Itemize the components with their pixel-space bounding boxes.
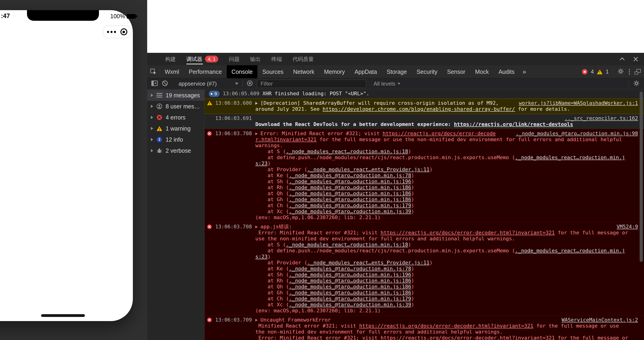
source-location-link[interactable]: ._node_modules_@taro…roduction.min.js:98	[516, 130, 638, 136]
source-location-link[interactable]: WAServiceMainContext.js:2	[562, 317, 638, 323]
console-link[interactable]: ._node_modules_@taro…roduction.min.js:39	[289, 302, 411, 308]
console-link[interactable]: https://developer.chrome.com/blog/enabli…	[322, 106, 515, 112]
console-link[interactable]: ._node_modules_@taro…roduction.min.js:39	[289, 208, 411, 214]
console-link[interactable]: ._node_modules_@taro…oduction.min.js:186	[289, 278, 411, 284]
source-location-link[interactable]: VM524:9	[616, 224, 638, 230]
devtab-sensor[interactable]: Sensor	[442, 65, 470, 78]
console-link[interactable]: ._node_modules_@taro…roduction.min.js:78	[289, 266, 411, 272]
devtab-wxml[interactable]: Wxml	[160, 65, 184, 78]
devtab-appdata[interactable]: AppData	[350, 65, 382, 78]
tab-terminal[interactable]: 终端	[271, 53, 282, 65]
console-message[interactable]: 13:06:03.709WAServiceMainContext.js:2Unc…	[204, 315, 644, 340]
eye-live-expression-icon[interactable]	[247, 80, 253, 87]
devtab-audits[interactable]: Audits	[494, 65, 519, 78]
console-link[interactable]: ._node_modules_@taro…oduction.min.js:186	[289, 190, 411, 196]
settings-gear-icon[interactable]	[617, 68, 624, 76]
console-message-list: 913:06:05.609 XHR finished loading: POST…	[204, 89, 644, 340]
console-message[interactable]: 13:06:03.708VM524:9app.js错误: Error: Mini…	[204, 222, 644, 316]
chevron-down-icon[interactable]	[235, 82, 238, 85]
log-levels-dropdown[interactable]: All levels	[374, 80, 400, 87]
warning-count-icon[interactable]	[597, 70, 602, 74]
console-link[interactable]: ._node_modules_@taro…oduction.min.js:186	[289, 196, 411, 202]
console-link[interactable]: ._node_modules_@taro…oduction.min.js:179	[289, 202, 411, 208]
expand-caret-icon[interactable]	[151, 138, 153, 141]
console-link[interactable]: https://reactjs.org/link/react-devtools	[454, 121, 573, 127]
tab-code-quality[interactable]: 代码质量	[292, 53, 314, 65]
console-link[interactable]: https://reactjs.org/docs/error-decoder.h…	[380, 230, 555, 236]
expand-caret-icon[interactable]	[151, 149, 153, 152]
more-menu-icon[interactable]	[107, 31, 116, 33]
console-link[interactable]: ._node_modules_@taro…roduction.min.js:78	[289, 172, 411, 178]
console-link[interactable]: ._node_modules_@taro…oduction.min.js:186	[289, 284, 411, 290]
expand-caret-icon[interactable]	[255, 317, 258, 323]
error-count-icon[interactable]	[582, 69, 588, 74]
kebab-menu-icon[interactable]	[628, 69, 631, 74]
close-panel-icon[interactable]: ×	[632, 56, 639, 62]
sidebar-item-info[interactable]: 12 info	[147, 134, 204, 145]
collapse-panel-icon[interactable]	[620, 57, 624, 62]
devtools-tab-bar: Wxml Performance Console Sources Network…	[147, 65, 644, 78]
console-text: at Xc (	[255, 302, 289, 308]
dock-side-icon[interactable]	[634, 69, 641, 74]
devtab-memory[interactable]: Memory	[319, 65, 350, 78]
source-location-link[interactable]: worker.js?libName=WASplashadWorker.js:1	[519, 100, 638, 106]
console-link[interactable]: ._node_modules_react…roduction.min.js:18	[286, 148, 408, 154]
console-link[interactable]: ._node_modules_react…roduction.min.j	[515, 154, 625, 160]
tab-debugger[interactable]: 调试器 4, 1	[186, 53, 218, 65]
expand-caret-icon[interactable]	[151, 127, 153, 130]
console-link[interactable]: ._node_modules_@taro…oduction.min.js:196	[289, 178, 411, 184]
exit-circle-icon[interactable]	[120, 28, 127, 35]
execution-context-selector[interactable]: appservice (#7)	[178, 80, 216, 87]
devtab-performance[interactable]: Performance	[184, 65, 226, 78]
sidebar-item-warnings[interactable]: 1 warning	[147, 123, 204, 134]
console-text: at S (	[255, 242, 286, 248]
sidebar-item-errors[interactable]: 4 errors	[147, 112, 204, 123]
console-message[interactable]: 913:06:05.609 XHR finished loading: POST…	[204, 89, 644, 99]
tab-problems[interactable]: 问题	[229, 53, 240, 65]
console-link[interactable]: ._node_modules_@taro…oduction.min.js:186	[289, 290, 411, 296]
console-message[interactable]: 13:06:03.708._node_modules_@taro…roducti…	[204, 129, 644, 222]
expand-caret-icon[interactable]	[151, 94, 153, 97]
expand-caret-icon[interactable]	[255, 224, 258, 230]
console-message[interactable]: 13:06:03.691.._src_reconciler.ts:162Down…	[204, 114, 644, 129]
console-link[interactable]: ._node_modules_@taro…oduction.min.js:196	[289, 272, 411, 278]
clear-console-icon[interactable]	[162, 80, 168, 87]
console-link[interactable]: s:23	[255, 160, 268, 166]
more-tabs-icon[interactable]: »	[520, 65, 529, 78]
tab-output[interactable]: 输出	[250, 53, 261, 65]
console-link[interactable]: https://reactjs.org/docs/error-decode	[383, 130, 496, 136]
sidebar-item-user-messages[interactable]: 8 user mes…	[147, 101, 204, 112]
source-location-link[interactable]: .._src_reconciler.ts:162	[565, 115, 638, 121]
console-message[interactable]: 13:06:03.600worker.js?libName=WASplashad…	[204, 98, 644, 114]
console-link[interactable]: ._node_modules_react…ents_Provider.js:11	[307, 166, 430, 172]
devtab-security[interactable]: Security	[412, 65, 442, 78]
tab-build[interactable]: 构建	[165, 53, 176, 65]
console-link[interactable]: ._node_modules_react…roduction.min.j	[515, 248, 625, 254]
console-link[interactable]: ._node_modules_react…ents_Provider.js:11	[307, 260, 430, 266]
vertical-scrollbar-thumb[interactable]	[640, 92, 643, 262]
toggle-sidebar-icon[interactable]	[151, 80, 158, 87]
console-link[interactable]: ._node_modules_react…roduction.min.js:18	[286, 242, 408, 248]
inspect-element-icon[interactable]	[147, 65, 160, 78]
sidebar-item-verbose[interactable]: 2 verbose	[147, 145, 204, 156]
console-link[interactable]: s:23	[255, 254, 268, 260]
expand-caret-icon[interactable]	[151, 116, 153, 119]
console-link[interactable]: ._node_modules_@taro…oduction.min.js:179	[289, 296, 411, 302]
console-settings-gear-icon[interactable]	[633, 80, 640, 88]
devtab-mock[interactable]: Mock	[470, 65, 494, 78]
console-link[interactable]: https://reactjs.org/docs/error-decoder.h…	[380, 335, 555, 340]
devtab-storage[interactable]: Storage	[382, 65, 412, 78]
sidebar-item-all-messages[interactable]: 19 messages	[147, 90, 204, 101]
console-text: Download the React DevTools for a better…	[255, 121, 454, 127]
expand-caret-icon[interactable]	[151, 105, 153, 108]
filter-input[interactable]	[257, 80, 366, 88]
devtab-console[interactable]: Console	[227, 65, 258, 78]
devtab-sources[interactable]: Sources	[258, 65, 288, 78]
console-link[interactable]: r.html?invariant=321	[255, 136, 316, 142]
console-link[interactable]: https://reactjs.org/docs/error-decoder.h…	[359, 323, 533, 329]
console-link[interactable]: ._node_modules_@taro…oduction.min.js:186	[289, 184, 411, 190]
devtab-network[interactable]: Network	[288, 65, 319, 78]
repeat-count-badge[interactable]: 9	[209, 91, 220, 97]
expand-caret-icon[interactable]	[255, 130, 258, 136]
expand-caret-icon[interactable]	[255, 100, 258, 106]
